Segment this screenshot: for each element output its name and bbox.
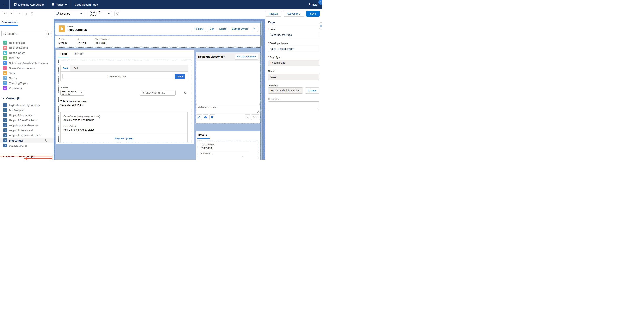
record-header-component[interactable]: Case needsome ss +Follow Edit Delete Cha… (56, 23, 260, 34)
tab-feed[interactable]: Feed (60, 52, 67, 56)
pages-menu[interactable]: Pages (48, 0, 71, 9)
feed-refresh-button[interactable] (183, 91, 187, 95)
caret-down-icon: ▼ (108, 13, 110, 15)
sort-order-selector[interactable]: Most Recent Activity ▼ (60, 90, 84, 96)
send-button[interactable]: Send (251, 114, 260, 120)
tab-poll[interactable]: Poll (70, 67, 78, 70)
attach-link-button[interactable] (196, 114, 202, 120)
edit-pencil-icon[interactable]: ✎ (242, 156, 244, 158)
canned-response-button[interactable] (210, 114, 215, 120)
component-item-tabs[interactable]: ▭Tabs (0, 70, 54, 76)
detail-field: Case Number 00939183 (95, 38, 109, 44)
custom-section-header[interactable]: Custom (9) (0, 96, 54, 101)
device-selector[interactable]: Desktop ▼ (54, 11, 84, 16)
messenger-title: Helpshift Messenger (198, 55, 225, 58)
back-arrow-icon[interactable]: ← (0, 0, 10, 9)
refresh-icon (184, 92, 186, 94)
save-button[interactable]: Save (306, 11, 320, 17)
component-item-report-chart[interactable]: ◣Report Chart (0, 50, 54, 55)
component-item-related-lists[interactable]: ≡Related Lists (0, 40, 54, 45)
component-item-custom[interactable]: ϟfaqAndKnowledgeArticles (0, 102, 54, 108)
component-item-rich-text[interactable]: ≣Rich Text (0, 55, 54, 60)
help-menu[interactable]: ? Help 2 (308, 3, 322, 6)
record-detail-component[interactable]: Details Case Number 00939183 (196, 131, 260, 160)
related-lists-icon: ≡ (3, 41, 7, 45)
publisher-tabs-rest: Poll (70, 65, 188, 72)
link-icon (198, 116, 200, 119)
follow-button[interactable]: +Follow (191, 26, 206, 32)
helpshift-messenger-component[interactable]: Helpshift Messenger End Conversation (196, 52, 260, 124)
cut-button[interactable]: ✂ (17, 11, 23, 16)
developer-name-input[interactable] (268, 46, 319, 52)
more-actions-button[interactable]: ▼ (251, 26, 258, 32)
object-input (268, 74, 319, 80)
undo-redo-group: ↶ ↷ (2, 11, 14, 16)
component-item-custom[interactable]: ϟfieldMapping (0, 108, 54, 112)
component-search-box[interactable] (2, 30, 45, 37)
description-label: Description (268, 98, 319, 100)
analyze-button[interactable]: Analyze (265, 11, 282, 17)
search-input[interactable] (8, 32, 44, 35)
component-item-custom[interactable]: ϟHelpshift Messenger (0, 112, 54, 118)
end-conversation-button[interactable]: End Conversation (235, 54, 258, 60)
tab-related[interactable]: Related (74, 52, 83, 56)
component-item-trending-topics[interactable]: ☰Trending Topics (0, 80, 54, 86)
description-textarea[interactable] (268, 102, 319, 111)
component-item-social-conversations[interactable]: ∴Social Conversations (0, 66, 54, 70)
resize-handle[interactable] (317, 109, 319, 110)
change-owner-button[interactable]: Change Owner (229, 26, 251, 32)
feed-search-box[interactable] (140, 90, 176, 96)
settings-dropdown-button[interactable]: ⚙▾ (47, 30, 52, 37)
details-tabset: Details (198, 134, 258, 139)
component-item-related-record[interactable]: ▤Related Record (0, 45, 54, 50)
copy-button[interactable] (23, 11, 29, 16)
component-item-custom[interactable]: ϟHelpshiftDashboardCanvas (0, 133, 54, 138)
tab-post[interactable]: Post (60, 65, 70, 72)
record-button-group: Edit Delete Change Owner ▼ (207, 26, 258, 32)
view-mode-selector[interactable]: Shrink To View ▼ (88, 11, 112, 16)
comment-textarea[interactable] (196, 104, 260, 113)
managed-section-header[interactable]: Custom - Managed (0) (0, 154, 54, 159)
canvas-scrollbar-thumb[interactable] (261, 35, 262, 46)
tab-details[interactable]: Details (198, 134, 207, 136)
component-item-visualforce[interactable]: </>Visualforce (0, 86, 54, 91)
undo-button[interactable]: ↶ (2, 11, 8, 16)
attach-photo-button[interactable] (203, 114, 208, 120)
comment-actions: ▼ Send (196, 114, 260, 120)
redo-button[interactable]: ↷ (8, 11, 14, 16)
page-type-input (268, 60, 319, 66)
activation-button[interactable]: Activation... (284, 11, 304, 17)
feed-component-region[interactable]: Post Poll Share Sort by: (58, 60, 192, 142)
component-item-custom[interactable]: ϟHelpshiftDashboard (0, 128, 54, 133)
tab-components[interactable]: Components (2, 20, 18, 24)
change-template-button[interactable]: Change (305, 88, 319, 94)
field-divider (201, 151, 249, 151)
component-item-topics[interactable]: #Topics (0, 76, 54, 80)
label-input[interactable] (268, 32, 319, 38)
send-options-button[interactable]: ▼ (244, 114, 250, 120)
show-all-updates-link[interactable]: Show All Updates (114, 137, 134, 140)
help-label: Help (312, 3, 318, 6)
template-input (268, 88, 303, 94)
paste-button[interactable] (29, 11, 35, 16)
delete-button[interactable]: Delete (217, 26, 229, 32)
canvas-refresh-button[interactable] (114, 11, 120, 16)
required-asterisk: * (268, 56, 269, 58)
component-item-anywhere-messages[interactable]: ✉Salesforce Anywhere Messages (0, 60, 54, 66)
share-update-input[interactable] (62, 74, 173, 79)
component-item-messenger[interactable]: ϟ messenger (0, 138, 54, 143)
share-button[interactable]: Share (175, 74, 185, 79)
lightning-bolt-icon: ϟ (3, 118, 7, 122)
app-title-item: Lightning App Builder (10, 0, 48, 9)
components-sidebar: Components ⚙▾ ≡Related Lists ▤Related Re… (0, 18, 54, 160)
chatter-publisher: Post Poll Share (60, 65, 188, 81)
record-detail-strip-component[interactable]: Priority Medium Status On Hold Case Numb… (56, 36, 260, 48)
edit-button[interactable]: Edit (207, 26, 217, 32)
resize-handle[interactable] (258, 111, 259, 112)
component-item-custom[interactable]: ϟHelpshiftCaseEditForm (0, 118, 54, 123)
component-item-custom[interactable]: ϟHelpShiftCaseViewForm (0, 123, 54, 128)
component-item-custom[interactable]: ϟstatusMapping (0, 143, 54, 148)
report-chart-icon: ◣ (3, 51, 7, 55)
feed-search-input[interactable] (145, 92, 174, 94)
view-value: Shrink To View (90, 11, 106, 17)
